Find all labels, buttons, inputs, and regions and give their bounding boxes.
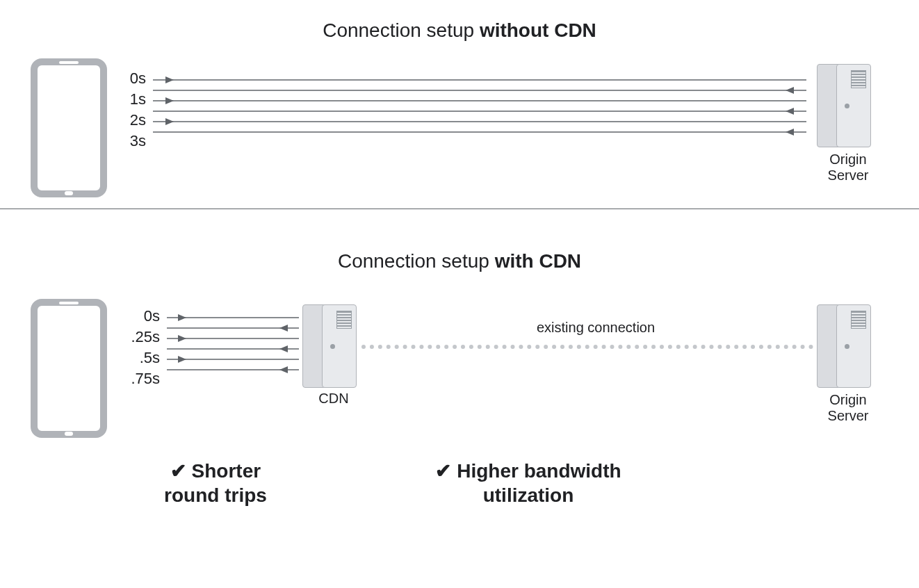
svg-marker-13 <box>178 314 186 321</box>
title-prefix: Connection setup <box>323 19 480 41</box>
arrow-right-icon <box>167 354 299 364</box>
title-without-cdn: Connection setup without CDN <box>0 19 919 42</box>
svg-marker-1 <box>165 76 174 83</box>
phone-icon <box>31 299 107 438</box>
arrow-right-icon <box>167 313 299 322</box>
time-label-1: .25s <box>118 328 160 346</box>
time-label-0: 0s <box>118 307 160 325</box>
arrow-left-icon <box>167 365 299 375</box>
svg-marker-23 <box>279 366 288 373</box>
time-label-2: .5s <box>118 349 160 367</box>
arrow-right-icon <box>153 117 806 126</box>
phone-icon <box>31 58 107 197</box>
svg-marker-3 <box>786 87 794 94</box>
svg-marker-11 <box>786 129 794 136</box>
arrow-left-icon <box>153 85 806 95</box>
title-bold: with CDN <box>495 250 581 272</box>
arrow-right-icon <box>167 334 299 343</box>
benefit-shorter-roundtrips: ✔ Shorterround trips <box>125 459 306 507</box>
time-label-3: .75s <box>118 370 160 388</box>
arrow-left-icon <box>167 323 299 333</box>
cdn-label: CDN <box>306 391 361 407</box>
time-label-0: 0s <box>104 70 146 88</box>
svg-marker-19 <box>279 345 288 352</box>
time-label-2: 2s <box>104 111 146 129</box>
title-prefix: Connection setup <box>338 250 495 272</box>
time-label-3: 3s <box>104 132 146 150</box>
arrow-left-icon <box>153 106 806 116</box>
benefit-higher-bandwidth: ✔ Higher bandwidthutilization <box>396 459 660 507</box>
svg-marker-7 <box>786 108 794 115</box>
svg-marker-9 <box>165 118 174 125</box>
time-label-1: 1s <box>104 90 146 108</box>
arrow-left-icon <box>153 127 806 137</box>
dotted-line-icon <box>361 345 813 349</box>
arrow-right-icon <box>153 75 806 85</box>
arrow-left-icon <box>167 344 299 354</box>
svg-marker-21 <box>178 356 186 363</box>
section-divider <box>0 209 919 209</box>
existing-connection-label: existing connection <box>528 320 663 336</box>
svg-marker-17 <box>178 335 186 342</box>
origin-server-label: OriginServer <box>810 152 886 183</box>
title-with-cdn: Connection setup with CDN <box>0 250 919 272</box>
svg-marker-5 <box>165 97 174 104</box>
arrow-right-icon <box>153 96 806 106</box>
svg-marker-15 <box>279 325 288 332</box>
origin-server-label: OriginServer <box>810 392 886 424</box>
title-bold: without CDN <box>480 19 596 41</box>
